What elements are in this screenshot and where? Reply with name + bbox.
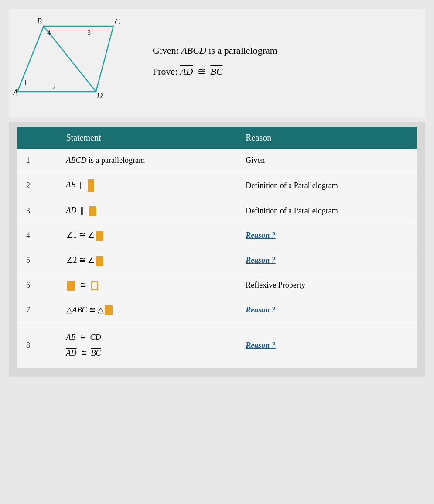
row-num-5: 5 bbox=[17, 248, 58, 273]
stmt8-line2: AD ≅ BC bbox=[66, 345, 229, 361]
table-row: 2 AB || Definition of a Parallelogram bbox=[17, 172, 417, 199]
reason-7: Reason ? bbox=[237, 298, 417, 322]
table-row: 5 ∠2 ≅ ∠ Reason ? bbox=[17, 248, 417, 273]
statement-7: △ABC ≅ △ bbox=[58, 298, 237, 322]
stmt3-ad: AD bbox=[66, 206, 77, 215]
label-C: C bbox=[115, 17, 120, 26]
header-statement: Statement bbox=[58, 127, 237, 149]
statement-3: AD || bbox=[58, 199, 237, 223]
reason-5-link[interactable]: Reason ? bbox=[246, 256, 276, 264]
stmt8-line1: AB ≅ CD bbox=[66, 329, 229, 345]
top-section: B C A D 4 3 1 2 Given: ABCD is a paralle… bbox=[9, 9, 425, 118]
given-text: ABCD bbox=[181, 45, 206, 56]
stmt6-box1 bbox=[67, 281, 75, 291]
stmt8-ad: AD bbox=[66, 349, 77, 357]
row-num-8: 8 bbox=[17, 322, 58, 368]
statement-6: ≅ bbox=[58, 273, 237, 298]
given-line: Given: ABCD is a parallelogram bbox=[153, 40, 277, 61]
prove-bc: BC bbox=[210, 66, 222, 77]
stmt2-ab: AB bbox=[66, 180, 76, 189]
statement-4: ∠1 ≅ ∠ bbox=[58, 223, 237, 248]
stmt8-inner: AB ≅ CD AD ≅ BC bbox=[66, 329, 229, 361]
stmt8-bc: BC bbox=[91, 349, 101, 357]
label-D: D bbox=[96, 91, 103, 100]
stmt7-box bbox=[105, 305, 113, 315]
header-num bbox=[17, 127, 58, 149]
svg-marker-0 bbox=[17, 26, 113, 92]
reason-4: Reason ? bbox=[237, 223, 417, 248]
diagram-area: B C A D 4 3 1 2 bbox=[13, 17, 135, 105]
reason-7-link[interactable]: Reason ? bbox=[246, 305, 276, 314]
label-A: A bbox=[13, 88, 18, 97]
stmt8-ab: AB bbox=[66, 333, 76, 342]
label-2: 2 bbox=[52, 83, 56, 91]
given-prove-section: Given: ABCD is a parallelogram Prove: AD… bbox=[153, 40, 277, 82]
row-num-2: 2 bbox=[17, 172, 58, 199]
label-1: 1 bbox=[24, 79, 27, 86]
label-B: B bbox=[37, 17, 42, 26]
row-num-1: 1 bbox=[17, 149, 58, 172]
reason-4-link[interactable]: Reason ? bbox=[246, 231, 276, 240]
table-container: Statement Reason 1 ABCD is a parallelogr… bbox=[9, 122, 425, 377]
header-reason: Reason bbox=[237, 127, 417, 149]
table-row: 7 △ABC ≅ △ Reason ? bbox=[17, 298, 417, 322]
stmt2-box bbox=[88, 179, 94, 192]
reason-8-link[interactable]: Reason ? bbox=[246, 341, 276, 350]
table-header-row: Statement Reason bbox=[17, 127, 417, 149]
table-row: 1 ABCD is a parallelogram Given bbox=[17, 149, 417, 172]
prove-ad: AD bbox=[180, 66, 193, 77]
stmt6-box2 bbox=[91, 281, 98, 290]
row-num-3: 3 bbox=[17, 199, 58, 223]
statement-2: AB || bbox=[58, 172, 237, 199]
table-row: 8 AB ≅ CD AD ≅ BC bbox=[17, 322, 417, 368]
reason-8: Reason ? bbox=[237, 322, 417, 368]
statement-1-text: ABCD bbox=[66, 156, 87, 165]
row-num-7: 7 bbox=[17, 298, 58, 322]
parallelogram-diagram: B C A D 4 3 1 2 bbox=[13, 17, 126, 100]
table-row: 6 ≅ Reflexive Property bbox=[17, 273, 417, 298]
table-row: 3 AD || Definition of a Parallelogram bbox=[17, 199, 417, 223]
reason-1: Given bbox=[237, 149, 417, 172]
reason-3: Definition of a Parallelogram bbox=[237, 199, 417, 223]
statement-1: ABCD is a parallelogram bbox=[58, 149, 237, 172]
prove-line: Prove: AD ≅ BC bbox=[153, 61, 277, 82]
reason-2: Definition of a Parallelogram bbox=[237, 172, 417, 199]
statement-8: AB ≅ CD AD ≅ BC bbox=[58, 322, 237, 368]
row-num-4: 4 bbox=[17, 223, 58, 248]
row-num-6: 6 bbox=[17, 273, 58, 298]
stmt3-box bbox=[89, 206, 96, 216]
label-4: 4 bbox=[47, 29, 51, 36]
stmt5-box bbox=[96, 256, 103, 266]
statement-5: ∠2 ≅ ∠ bbox=[58, 248, 237, 273]
reason-5: Reason ? bbox=[237, 248, 417, 273]
stmt8-cd: CD bbox=[90, 333, 101, 342]
label-3: 3 bbox=[87, 29, 91, 36]
proof-table: Statement Reason 1 ABCD is a parallelogr… bbox=[17, 127, 417, 368]
table-row: 4 ∠1 ≅ ∠ Reason ? bbox=[17, 223, 417, 248]
reason-6: Reflexive Property bbox=[237, 273, 417, 298]
stmt7-abc: ABC bbox=[72, 305, 87, 314]
stmt4-box bbox=[96, 231, 103, 241]
